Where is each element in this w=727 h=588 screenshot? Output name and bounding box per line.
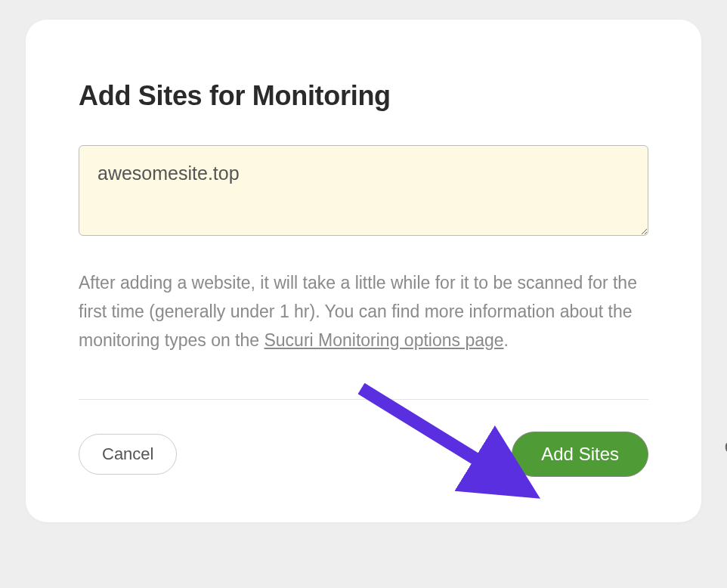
divider xyxy=(79,399,648,400)
add-sites-button[interactable]: Add Sites xyxy=(512,432,648,477)
help-text: After adding a website, it will take a l… xyxy=(79,269,648,355)
monitoring-options-link[interactable]: Sucuri Monitoring options page xyxy=(264,330,503,350)
button-row: Cancel Add Sites xyxy=(79,432,648,477)
modal-title: Add Sites for Monitoring xyxy=(79,80,648,112)
help-text-after: . xyxy=(504,330,509,350)
cancel-button[interactable]: Cancel xyxy=(79,434,177,475)
add-sites-modal: Add Sites for Monitoring After adding a … xyxy=(26,20,701,522)
sites-textarea[interactable] xyxy=(79,145,648,236)
background-text-right-3: d xyxy=(725,435,727,456)
